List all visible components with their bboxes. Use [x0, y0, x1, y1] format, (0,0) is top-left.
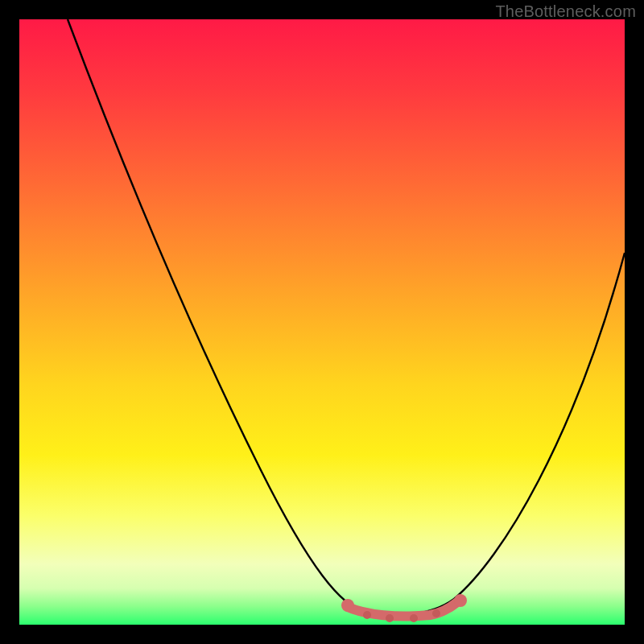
valley-marker	[341, 594, 467, 622]
bottleneck-curve	[68, 19, 625, 614]
svg-point-0	[341, 599, 354, 612]
chart-plot-area	[19, 19, 625, 625]
svg-point-1	[454, 594, 467, 607]
svg-point-3	[386, 614, 394, 622]
chart-frame: TheBottleneck.com	[0, 0, 644, 644]
svg-point-2	[363, 611, 371, 619]
svg-point-5	[432, 609, 440, 617]
svg-point-4	[410, 614, 418, 622]
watermark-text: TheBottleneck.com	[495, 2, 636, 21]
bottleneck-curve-svg	[19, 19, 625, 625]
